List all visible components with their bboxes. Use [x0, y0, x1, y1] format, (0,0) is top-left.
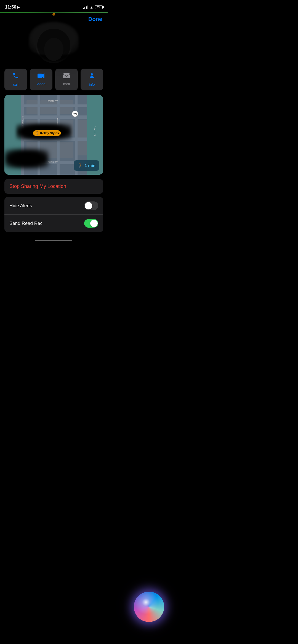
contact-map-name: Kelley Styles — [40, 131, 59, 135]
contact-avatar — [36, 27, 72, 63]
info-button[interactable]: info — [81, 69, 103, 90]
svg-point-1 — [37, 29, 70, 62]
status-icons: ▲ 29 — [83, 5, 103, 9]
stop-sharing-label[interactable]: Stop Sharing My Location — [9, 184, 66, 189]
done-button[interactable]: Done — [88, 16, 102, 22]
mail-icon — [63, 73, 70, 80]
send-read-receipts-row: Send Read Rec — [4, 214, 103, 232]
map-background: 29 53RD ST 56TH ST 23RD BLVD 22ND AVE 17… — [4, 95, 103, 175]
call-button[interactable]: call — [4, 69, 27, 90]
map-person-icon: 🧍 — [35, 131, 39, 135]
signal-bar-2 — [84, 7, 85, 9]
time-display: 11:56 — [5, 5, 16, 10]
mail-label: mail — [63, 82, 70, 86]
send-read-receipts-toggle-thumb — [90, 220, 98, 227]
video-icon — [38, 73, 45, 80]
svg-rect-4 — [63, 73, 70, 78]
svg-text:29: 29 — [73, 112, 77, 116]
send-read-receipts-label: Send Read Rec — [9, 221, 42, 226]
video-button[interactable]: video — [30, 69, 52, 90]
hide-alerts-row: Hide Alerts — [4, 197, 103, 214]
signal-bar-1 — [83, 8, 84, 9]
signal-bar-4 — [87, 6, 88, 9]
hide-alerts-label: Hide Alerts — [9, 203, 32, 209]
home-bar — [35, 240, 72, 241]
signal-bars-icon — [83, 6, 88, 9]
call-label: call — [13, 82, 18, 87]
wifi-icon: ▲ — [90, 5, 93, 9]
svg-text:56TH ST: 56TH ST — [48, 161, 58, 164]
location-arrow-icon: ▶ — [17, 6, 20, 9]
send-read-receipts-toggle[interactable] — [84, 219, 98, 228]
status-bar: 11:56 ▶ ▲ 29 — [0, 0, 108, 12]
info-person-icon — [89, 72, 95, 81]
camera-indicator-dot — [52, 13, 55, 16]
battery-percent: 29 — [97, 6, 100, 9]
info-label: info — [89, 82, 95, 87]
avatar-area — [0, 25, 108, 69]
battery-icon: 29 — [95, 5, 103, 9]
contact-map-label: 🧍 Kelley Styles — [33, 130, 61, 136]
home-indicator — [0, 238, 108, 244]
settings-section: Hide Alerts Send Read Rec — [4, 197, 103, 232]
hide-alerts-toggle-thumb — [85, 202, 92, 209]
hide-alerts-toggle[interactable] — [84, 201, 98, 210]
svg-rect-2 — [38, 74, 42, 78]
mail-button[interactable]: mail — [55, 69, 78, 90]
svg-text:17TH AVE: 17TH AVE — [94, 126, 96, 136]
video-label: video — [37, 82, 45, 86]
svg-text:53RD ST: 53RD ST — [47, 100, 58, 103]
map-redacted-area-2 — [4, 149, 49, 168]
walking-icon: 🚶 — [78, 163, 83, 168]
status-time: 11:56 ▶ — [5, 5, 20, 10]
walk-time-label: 1 min — [85, 163, 95, 168]
svg-point-5 — [91, 73, 93, 76]
svg-marker-3 — [42, 73, 44, 78]
svg-rect-18 — [60, 142, 73, 158]
walk-time-badge: 🚶 1 min — [74, 160, 99, 171]
stop-sharing-section[interactable]: Stop Sharing My Location — [4, 179, 103, 194]
signal-bar-3 — [86, 6, 87, 9]
call-icon — [12, 72, 19, 81]
top-green-bar — [0, 12, 108, 13]
action-buttons-row: call video mail info — [0, 69, 108, 95]
location-map[interactable]: 29 53RD ST 56TH ST 23RD BLVD 22ND AVE 17… — [4, 95, 103, 175]
